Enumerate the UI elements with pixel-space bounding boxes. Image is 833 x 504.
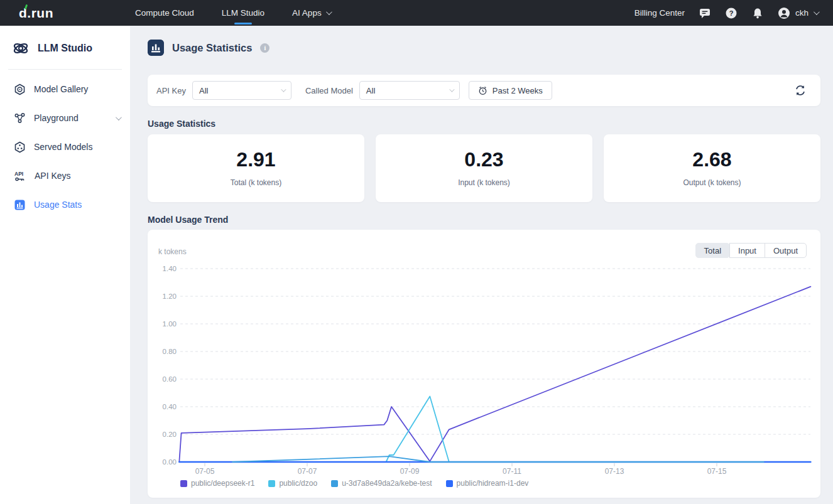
y-axis-unit-label: k tokens	[158, 247, 187, 256]
legend-swatch-icon	[268, 480, 275, 487]
active-tab-underline	[234, 23, 252, 24]
svg-text:0.20: 0.20	[163, 431, 177, 438]
toggle-output[interactable]: Output	[765, 243, 807, 258]
usage-stats-icon	[14, 199, 26, 211]
legend-item[interactable]: public/dzoo	[268, 479, 317, 488]
svg-text:07-05: 07-05	[195, 467, 215, 476]
stat-label: Total (k tokens)	[231, 178, 281, 187]
svg-text:?: ?	[729, 9, 734, 17]
svg-text:0.00: 0.00	[163, 458, 177, 466]
top-navbar: d.run Compute Cloud LLM Studio AI Apps B…	[0, 0, 833, 26]
toggle-input[interactable]: Input	[729, 243, 765, 258]
llm-studio-logo-icon	[11, 39, 30, 58]
legend-item[interactable]: u-3d7a8e49da2a/kebe-test	[331, 479, 432, 488]
filter-bar: API Key All Called Model All Past 2 Week…	[148, 75, 820, 106]
avatar-icon	[778, 7, 790, 19]
sidebar-item-api-keys[interactable]: API API Keys	[0, 161, 130, 190]
main-content: Usage Statistics i API Key All Called Mo…	[130, 26, 833, 504]
svg-text:07-15: 07-15	[707, 467, 727, 476]
page-title: Usage Statistics	[172, 42, 252, 54]
stat-card-input: 0.23 Input (k tokens)	[376, 134, 592, 202]
sidebar: LLM Studio Model Gallery Playground Serv…	[0, 26, 130, 504]
svg-text:07-13: 07-13	[605, 467, 624, 476]
usage-statistics-icon	[148, 40, 164, 56]
api-key-label: API Key	[156, 86, 186, 95]
sidebar-item-playground[interactable]: Playground	[0, 104, 130, 132]
playground-icon	[14, 112, 26, 124]
api-key-select[interactable]: All	[192, 81, 291, 100]
stat-cards: 2.91 Total (k tokens) 0.23 Input (k toke…	[148, 134, 820, 202]
nav-item-llm-studio[interactable]: LLM Studio	[222, 0, 264, 26]
primary-nav: Compute Cloud LLM Studio AI Apps	[135, 0, 330, 26]
chevron-down-icon	[281, 87, 286, 92]
divider	[8, 69, 122, 70]
svg-text:07-07: 07-07	[298, 467, 317, 476]
svg-text:0.40: 0.40	[163, 403, 177, 410]
info-icon[interactable]: i	[260, 43, 270, 53]
chat-icon[interactable]	[699, 7, 711, 19]
legend-item[interactable]: public/deepseek-r1	[180, 479, 254, 488]
svg-text:0.60: 0.60	[163, 375, 177, 383]
legend-item[interactable]: public/hidream-i1-dev	[446, 479, 529, 488]
stat-label: Output (k tokens)	[683, 178, 741, 187]
sidebar-item-model-gallery[interactable]: Model Gallery	[0, 75, 130, 104]
sidebar-product-header: LLM Studio	[0, 26, 130, 69]
billing-center-link[interactable]: Billing Center	[634, 8, 685, 18]
chevron-down-icon	[116, 114, 122, 121]
svg-text:1.00: 1.00	[163, 320, 177, 328]
nav-item-compute-cloud[interactable]: Compute Cloud	[135, 0, 194, 26]
model-gallery-icon	[14, 83, 26, 95]
help-icon[interactable]: ?	[725, 7, 738, 19]
chart-legend: public/deepseek-r1 public/dzoo u-3d7a8e4…	[180, 479, 528, 488]
svg-text:0.80: 0.80	[163, 348, 177, 355]
called-model-select[interactable]: All	[359, 81, 460, 100]
legend-swatch-icon	[331, 480, 338, 487]
legend-swatch-icon	[180, 480, 187, 487]
stat-card-output: 2.68 Output (k tokens)	[604, 134, 820, 202]
chevron-down-icon	[326, 9, 332, 15]
usage-statistics-section-title: Usage Statistics	[148, 119, 820, 129]
stat-value: 2.68	[692, 149, 731, 169]
svg-text:07-11: 07-11	[503, 467, 521, 476]
refresh-icon[interactable]	[794, 84, 807, 97]
trend-line-chart[interactable]: 0.000.200.400.600.801.001.201.4007-0507-…	[148, 230, 820, 498]
page-header: Usage Statistics i	[148, 39, 820, 56]
svg-text:1.40: 1.40	[163, 265, 177, 272]
date-range-button[interactable]: Past 2 Weeks	[469, 81, 552, 100]
model-usage-trend-chart: 0.000.200.400.600.801.001.201.4007-0507-…	[148, 230, 820, 498]
model-usage-trend-section-title: Model Usage Trend	[148, 215, 820, 225]
stat-label: Input (k tokens)	[458, 178, 510, 187]
stat-card-total: 2.91 Total (k tokens)	[148, 134, 364, 202]
served-models-icon	[14, 141, 26, 153]
chevron-down-icon	[814, 9, 820, 15]
called-model-label: Called Model	[305, 86, 353, 95]
chevron-down-icon	[449, 87, 454, 92]
stat-value: 2.91	[236, 149, 275, 169]
clock-icon	[478, 86, 487, 95]
nav-item-ai-apps[interactable]: AI Apps	[292, 0, 330, 26]
logo[interactable]: d.run	[19, 6, 53, 21]
series-toggle-group: Total Input Output	[695, 243, 807, 258]
sidebar-item-served-models[interactable]: Served Models	[0, 132, 130, 161]
toggle-total[interactable]: Total	[695, 243, 730, 258]
svg-text:07-09: 07-09	[400, 467, 420, 476]
notifications-bell-icon[interactable]	[751, 7, 764, 19]
sidebar-title: LLM Studio	[38, 43, 92, 54]
sidebar-item-usage-stats[interactable]: Usage Stats	[0, 190, 130, 219]
stat-value: 0.23	[464, 149, 503, 169]
svg-text:API: API	[14, 171, 23, 177]
svg-text:1.20: 1.20	[163, 292, 177, 300]
user-menu[interactable]: ckh	[778, 7, 818, 19]
legend-swatch-icon	[446, 480, 453, 487]
username: ckh	[795, 8, 808, 18]
api-keys-icon: API	[14, 170, 26, 182]
